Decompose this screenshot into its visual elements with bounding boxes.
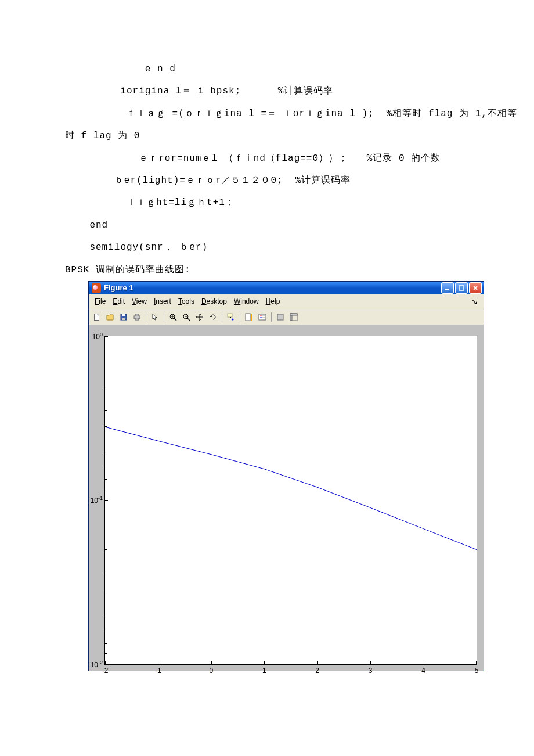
code-line-1: e n d	[65, 58, 469, 80]
x-tick-label: 3	[369, 664, 373, 675]
y-tick-label: 10-1	[91, 495, 105, 505]
x-tick-label: -1	[155, 664, 161, 675]
x-tick-label: 0	[210, 664, 214, 675]
open-file-icon[interactable]	[104, 311, 116, 323]
x-tick-label: -2	[102, 664, 109, 675]
show-tools-icon[interactable]	[288, 311, 300, 323]
code-line-7: ｌｉｇht=liｇｈt+1；	[65, 192, 469, 214]
svg-rect-28	[290, 314, 297, 315]
y-tick-label: 100	[92, 332, 105, 341]
svg-rect-1	[459, 286, 464, 290]
menu-tools[interactable]: Tools	[175, 296, 198, 307]
dock-arrow-icon[interactable]: ↘	[468, 296, 481, 307]
svg-rect-4	[122, 314, 125, 316]
x-tick-label: 1	[262, 664, 266, 675]
maximize-button[interactable]	[455, 282, 468, 294]
menu-view[interactable]: View	[128, 296, 150, 307]
code-line-3: ｆｌａｇ =(ｏｒｉｇina l =＝ ｉorｉｇina l ); %相等时 f…	[65, 103, 469, 125]
separator	[222, 312, 222, 322]
print-icon[interactable]	[131, 311, 143, 323]
matlab-figure-window: Figure 1 File Edit View Insert Tools Des…	[88, 281, 484, 671]
pointer-icon[interactable]	[149, 311, 161, 323]
svg-rect-23	[262, 315, 265, 316]
window-title: Figure 1	[104, 283, 441, 292]
new-file-icon[interactable]	[91, 311, 103, 323]
code-line-2: iorigina l＝ i bpsk; %计算误码率	[65, 80, 469, 102]
menu-help[interactable]: Help	[262, 296, 284, 307]
plot-background: 100 10-1 10-2	[89, 325, 484, 671]
menubar: File Edit View Insert Tools Desktop Wind…	[89, 294, 484, 309]
svg-rect-8	[135, 318, 139, 320]
matlab-icon	[92, 283, 101, 293]
datatip-icon[interactable]	[225, 311, 237, 323]
x-tick-label: 5	[475, 664, 479, 675]
menu-insert[interactable]: Insert	[150, 296, 175, 307]
chart-caption: BPSK 调制的误码率曲线图:	[65, 259, 469, 281]
x-tick-label: 4	[421, 664, 425, 675]
zoom-in-icon[interactable]	[167, 311, 179, 323]
svg-rect-7	[135, 314, 139, 316]
ber-curve	[105, 336, 477, 664]
separator	[164, 312, 164, 322]
code-line-4: 时 f lag 为 0	[65, 125, 469, 147]
svg-rect-0	[445, 289, 449, 290]
separator	[240, 312, 240, 322]
minimize-button[interactable]	[441, 282, 454, 294]
svg-rect-24	[262, 317, 265, 318]
close-button[interactable]	[469, 282, 482, 294]
svg-rect-16	[228, 314, 232, 317]
menu-edit[interactable]: Edit	[109, 296, 128, 307]
menu-window[interactable]: Window	[230, 296, 262, 307]
zoom-out-icon[interactable]	[181, 311, 192, 323]
x-tick-label: 2	[315, 664, 319, 675]
pan-icon[interactable]	[194, 311, 205, 323]
svg-line-10	[174, 318, 176, 321]
plot-axes[interactable]: 100 10-1 10-2	[104, 336, 477, 665]
code-line-5: ｅｒror=numｅl （ｆｉnd（flag==0））； %记录 0 的个数	[65, 147, 469, 170]
svg-line-14	[187, 318, 190, 321]
code-line-8: end	[65, 214, 469, 236]
svg-rect-18	[246, 314, 250, 321]
code-line-9: semilogy(snr， ｂer)	[65, 236, 469, 258]
titlebar[interactable]: Figure 1	[89, 282, 484, 294]
colorbar-icon[interactable]	[243, 311, 255, 323]
toolbar	[89, 309, 484, 325]
legend-icon[interactable]	[257, 311, 268, 323]
rotate-icon[interactable]	[207, 311, 219, 323]
separator	[271, 312, 272, 322]
svg-rect-25	[277, 314, 283, 320]
svg-rect-5	[122, 318, 125, 320]
hide-tools-icon[interactable]	[275, 311, 286, 323]
svg-point-17	[232, 318, 234, 320]
menu-desktop[interactable]: Desktop	[198, 296, 230, 307]
save-icon[interactable]	[118, 311, 129, 323]
svg-rect-19	[251, 314, 252, 321]
separator	[146, 312, 146, 322]
menu-file[interactable]: File	[91, 296, 109, 307]
code-line-6: ｂer(light)=ｅｒｏr／５１２０0; %计算误码率	[65, 170, 469, 192]
